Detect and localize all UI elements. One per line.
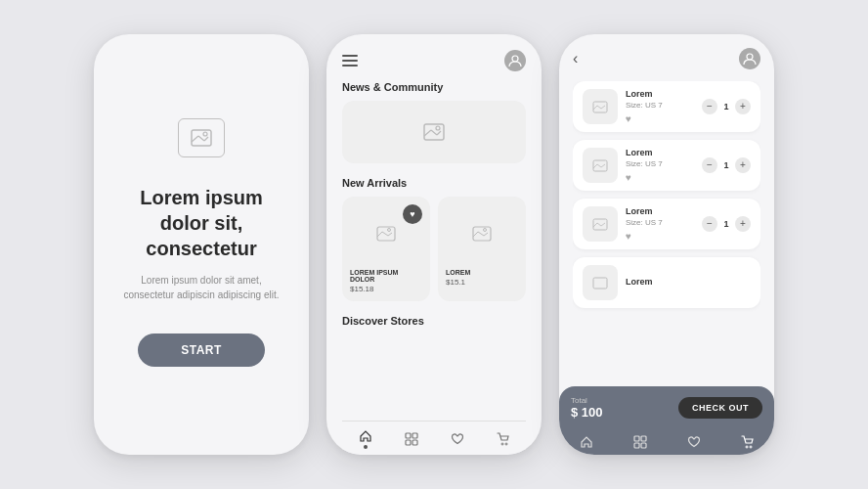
cart-nav-home[interactable] [580,435,593,449]
new-arrivals-title: New Arrivals [342,177,526,189]
svg-rect-41 [634,436,639,441]
qty-increase-3[interactable]: + [735,216,751,232]
cart-item-image-3 [583,206,618,242]
qty-decrease-1[interactable]: − [702,99,717,114]
product-card-1: ♥ LOREM IPSUM DOLOR $15.18 [342,197,430,301]
svg-line-7 [424,130,431,136]
qty-control-2: − 1 + [702,157,751,173]
svg-rect-43 [634,443,639,448]
nav-grid[interactable] [405,432,418,446]
svg-point-46 [750,446,752,448]
qty-value-1: 1 [721,102,731,111]
phone-shopping: News & Community New Arrivals ♥ LOREM I [326,34,542,455]
svg-line-31 [601,106,605,109]
svg-line-18 [478,232,484,236]
svg-rect-24 [412,440,417,445]
onboarding-title: Lorem ipsum dolor sit, consectetur [117,185,285,261]
qty-value-3: 1 [721,219,731,229]
svg-line-2 [198,136,204,141]
nav-heart[interactable] [451,432,464,446]
checkout-button[interactable]: CHECK OUT [678,397,762,419]
cart-item-name-1: Lorem [626,89,694,99]
svg-rect-21 [406,433,411,438]
cart-item-2: Lorem Size: US 7 ♥ − 1 + [573,140,760,191]
cart-top-bar: ‹ [573,48,760,69]
favorite-button-1[interactable]: ♥ [403,204,422,224]
svg-line-37 [593,223,597,227]
svg-line-34 [597,164,601,167]
cart-item-image-2 [583,148,618,183]
qty-control-1: − 1 + [702,99,751,114]
news-section-title: News & Community [342,81,526,93]
svg-line-8 [431,130,437,135]
cart-item-3: Lorem Size: US 7 ♥ − 1 + [573,199,760,249]
svg-point-5 [512,56,518,62]
svg-rect-23 [406,440,411,445]
new-arrivals-row: ♥ LOREM IPSUM DOLOR $15.18 [342,197,526,301]
svg-line-38 [597,223,601,226]
hero-image-placeholder [178,118,225,157]
product-name-2: LOREM [446,269,518,276]
cart-nav-cart[interactable] [741,435,755,449]
svg-line-3 [204,137,208,141]
discover-stores-title: Discover Stores [342,315,526,327]
qty-value-2: 1 [721,160,731,170]
cart-nav-grid[interactable] [633,435,647,449]
qty-control-3: − 1 + [702,216,751,232]
product-card-2: LOREM $15.1 [438,197,526,301]
back-icon[interactable]: ‹ [573,50,578,67]
svg-point-26 [505,443,507,445]
cart-item-image-4 [583,265,618,300]
cart-item-name-3: Lorem [626,206,694,216]
svg-line-17 [473,232,478,237]
qty-increase-1[interactable]: + [735,99,751,114]
top-bar [342,50,526,71]
svg-line-19 [484,233,488,236]
product-price-1: $15.18 [350,285,422,293]
nav-home[interactable] [359,429,372,449]
cart-item-1: Lorem Size: US 7 ♥ − 1 + [573,81,760,132]
svg-point-10 [436,126,440,130]
svg-line-33 [593,164,597,168]
total-amount: $ 100 [571,405,603,420]
cart-item-name-2: Lorem [626,148,694,157]
onboarding-subtitle: Lorem ipsum dolor sit amet, consectetur … [117,273,285,302]
svg-rect-40 [593,278,607,289]
cart-item-size-2: Size: US 7 [626,159,694,168]
cart-item-size-3: Size: US 7 [626,218,694,227]
cart-nav-heart[interactable] [687,435,701,449]
cart-item-image-1 [583,89,618,124]
cart-item-fav-1[interactable]: ♥ [626,113,694,124]
svg-line-35 [601,164,605,167]
svg-point-45 [746,446,748,448]
total-section: Total $ 100 [571,396,603,420]
svg-point-25 [501,443,503,445]
qty-increase-2[interactable]: + [735,157,751,173]
cart-item-name-4: Lorem [626,277,751,287]
svg-point-27 [747,54,753,60]
menu-icon[interactable] [342,55,358,67]
nav-cart[interactable] [497,432,510,446]
cart-items-list: Lorem Size: US 7 ♥ − 1 + Lorem [573,81,760,378]
cart-avatar-icon[interactable] [739,48,760,69]
start-button[interactable]: START [138,333,265,367]
svg-rect-42 [641,436,646,441]
svg-line-9 [437,131,441,135]
svg-rect-22 [412,433,417,438]
avatar-icon[interactable] [504,50,526,71]
cart-item-fav-3[interactable]: ♥ [626,231,694,242]
svg-point-4 [203,132,207,136]
cart-item-info-4: Lorem [626,277,751,289]
svg-line-14 [388,233,392,236]
checkout-bar: Total $ 100 CHECK OUT [559,386,774,429]
svg-line-29 [593,106,597,110]
svg-line-30 [597,106,601,109]
qty-decrease-2[interactable]: − [702,157,717,173]
cart-item-fav-2[interactable]: ♥ [626,172,694,183]
qty-decrease-3[interactable]: − [702,216,717,232]
svg-line-39 [601,223,605,226]
cart-item-4: Lorem [573,257,760,308]
svg-line-13 [382,232,388,236]
total-label: Total [571,396,603,405]
cart-item-info-1: Lorem Size: US 7 ♥ [626,89,694,124]
